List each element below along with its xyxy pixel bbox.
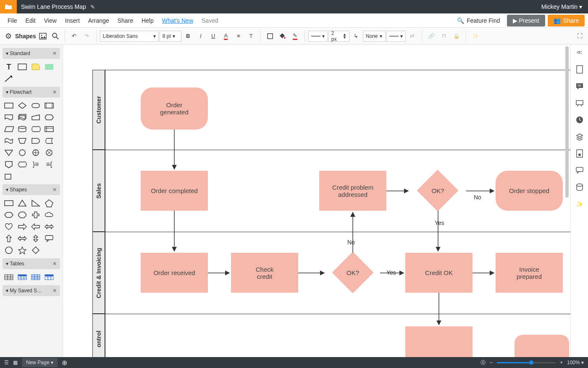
presentation-icon[interactable] xyxy=(575,98,584,108)
fc-papertape[interactable] xyxy=(3,136,14,146)
chat-icon[interactable] xyxy=(575,166,584,175)
tbl-3[interactable] xyxy=(30,273,41,282)
tbl-4[interactable] xyxy=(44,273,55,282)
sh-heart[interactable] xyxy=(3,222,14,231)
sh-arrow-lr2[interactable] xyxy=(17,234,28,243)
node-order-completed[interactable]: Order completed xyxy=(141,171,208,211)
tbl-2[interactable] xyxy=(17,273,28,282)
node-credit-problem[interactable]: Credit problem addressed xyxy=(319,171,386,211)
fc-process[interactable] xyxy=(3,101,14,110)
sh-arrow-ud[interactable] xyxy=(30,234,41,243)
swap-arrows-button[interactable]: ⇄ xyxy=(407,30,418,42)
page-icon[interactable] xyxy=(575,65,584,74)
zoom-slider[interactable] xyxy=(497,362,556,363)
close-icon[interactable]: ✕ xyxy=(52,261,57,267)
menu-share[interactable]: Share xyxy=(113,15,137,26)
list-view-icon[interactable]: ☰ xyxy=(4,360,9,365)
sh-cloud[interactable] xyxy=(44,210,55,220)
lane-label-customer[interactable]: Customer xyxy=(92,70,105,150)
node-ok2[interactable]: OK? xyxy=(326,253,380,293)
bold-button[interactable]: B xyxy=(182,30,194,42)
fullscreen-icon[interactable]: ⛶ xyxy=(574,30,585,42)
panel-tables[interactable]: ▾ Tables✕ xyxy=(3,258,60,269)
lane-label-control[interactable]: ontrol xyxy=(92,314,105,357)
tbl-1[interactable] xyxy=(3,273,14,282)
line-width-select[interactable]: 2 px▲▼ xyxy=(328,31,349,42)
sh-circle[interactable] xyxy=(3,246,14,255)
fc-manualinput[interactable] xyxy=(30,113,41,122)
fc-storeddata[interactable] xyxy=(44,136,55,146)
user-menu[interactable]: Mickey Martin ▾ xyxy=(536,3,588,10)
sh-diamond-outline[interactable] xyxy=(30,246,41,255)
pencil-icon[interactable]: ✎ xyxy=(90,4,95,10)
lane-label-sales[interactable]: Sales xyxy=(92,150,105,232)
fc-display[interactable] xyxy=(17,160,28,169)
wand-icon[interactable]: ✨ xyxy=(470,30,481,42)
panel-shapes[interactable]: ▾ Shapes✕ xyxy=(3,184,60,195)
fc-bracket-open[interactable]: ≡{ xyxy=(44,160,55,169)
scrollbar[interactable] xyxy=(565,46,569,198)
align-button[interactable]: ≡ xyxy=(233,30,244,42)
sh-rect[interactable] xyxy=(3,199,14,208)
link-icon[interactable]: 🔗 xyxy=(425,30,437,42)
magnet-icon[interactable]: ⊓ xyxy=(438,30,450,42)
sh-arrow-l[interactable] xyxy=(30,222,41,231)
rect-shape[interactable] xyxy=(17,62,28,71)
line-color-button[interactable]: ✎ xyxy=(289,30,301,42)
lane-label-credit[interactable]: Credit & Invoicing xyxy=(92,232,105,314)
sh-callout[interactable] xyxy=(44,234,55,243)
close-icon[interactable]: ✕ xyxy=(52,187,57,193)
layers-icon[interactable] xyxy=(575,132,584,141)
fc-database[interactable] xyxy=(17,124,28,134)
sh-arrow-u[interactable] xyxy=(3,234,14,243)
fc-or[interactable] xyxy=(30,148,41,157)
canvas[interactable]: Customer Sales Credit & Invoicing ontrol… xyxy=(63,45,570,357)
node-check-credit[interactable]: Check credit xyxy=(231,253,298,293)
lock-icon[interactable]: 🔒 xyxy=(451,30,462,42)
feature-find[interactable]: 🔍 Feature Find xyxy=(457,17,500,24)
block-shape[interactable] xyxy=(44,62,55,71)
fc-sumjunction[interactable] xyxy=(44,148,55,157)
close-icon[interactable]: ✕ xyxy=(52,288,57,294)
text-style-button[interactable]: T xyxy=(245,30,257,42)
shapes-button[interactable]: Shapes xyxy=(15,33,36,40)
close-icon[interactable]: ✕ xyxy=(52,89,57,95)
menu-file[interactable]: File xyxy=(3,15,21,26)
grid-view-icon[interactable]: ▦ xyxy=(13,360,18,365)
fill-button[interactable] xyxy=(277,30,289,42)
folder-icon[interactable] xyxy=(0,0,17,13)
node-invoice-prepared[interactable]: Invoice prepared xyxy=(496,253,563,293)
sh-arrow-r[interactable] xyxy=(17,222,28,231)
fc-directdata[interactable] xyxy=(30,124,41,134)
fc-connector[interactable] xyxy=(17,148,28,157)
fc-internal[interactable] xyxy=(44,124,55,134)
menu-edit[interactable]: Edit xyxy=(21,15,40,26)
fc-card[interactable] xyxy=(3,172,14,181)
fc-merge[interactable] xyxy=(3,148,14,157)
node-partial-1[interactable] xyxy=(405,326,472,357)
node-partial-2[interactable] xyxy=(514,335,569,357)
fc-predefined[interactable] xyxy=(44,101,55,110)
sh-hexagon[interactable] xyxy=(3,210,14,220)
image-icon[interactable] xyxy=(37,30,49,42)
end-arrow-select[interactable]: ▾ xyxy=(386,31,406,42)
fc-terminator[interactable] xyxy=(30,101,41,110)
zoom-value[interactable]: 100% ▾ xyxy=(567,360,584,365)
share-button[interactable]: 👥 Share xyxy=(548,15,585,26)
node-order-generated[interactable]: Order generated xyxy=(141,87,208,130)
node-order-received[interactable]: Order received xyxy=(141,253,208,293)
search-icon[interactable] xyxy=(50,30,61,42)
text-shape[interactable]: T xyxy=(3,62,14,71)
data-icon[interactable] xyxy=(575,183,584,192)
underline-button[interactable]: U xyxy=(207,30,219,42)
menu-whats-new[interactable]: What's New xyxy=(158,15,197,26)
border-color-button[interactable] xyxy=(264,30,276,42)
fc-multidoc[interactable] xyxy=(17,113,28,122)
redo-icon[interactable]: ↷ xyxy=(81,30,93,42)
close-icon[interactable]: ✕ xyxy=(52,50,57,56)
menu-arrange[interactable]: Arrange xyxy=(84,15,113,26)
line-style-select[interactable]: ▾ xyxy=(308,31,328,42)
magic-icon[interactable]: ✨ xyxy=(575,199,584,209)
arrow-shape[interactable] xyxy=(3,74,14,83)
fc-delay[interactable] xyxy=(30,136,41,146)
